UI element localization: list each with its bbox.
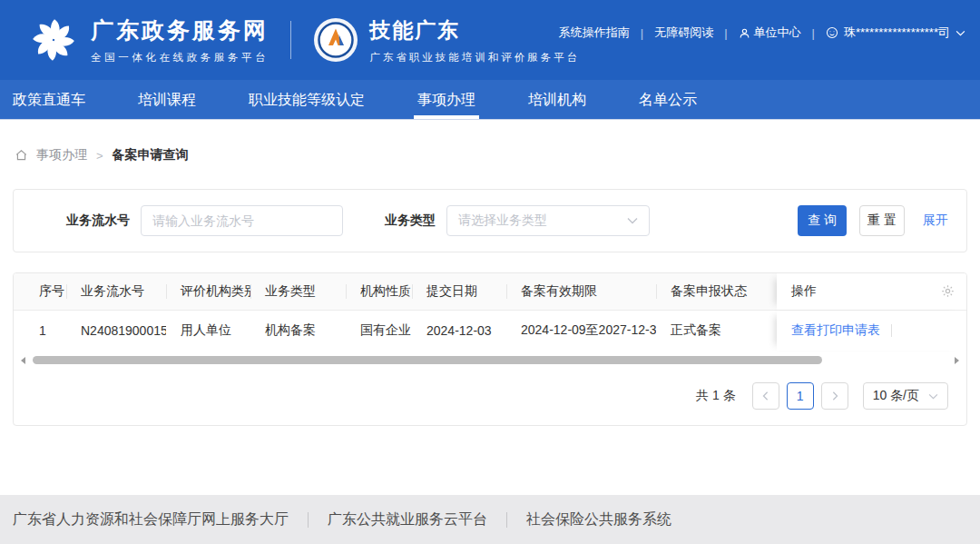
- username-masked: 珠******************司: [844, 25, 950, 41]
- action-divider: [891, 324, 892, 337]
- accessibility-link[interactable]: 无障碍阅读: [654, 25, 713, 41]
- serial-number-label: 业务流水号: [66, 213, 130, 229]
- breadcrumb-current: 备案申请查询: [113, 147, 189, 163]
- col-header-submit-date: 提交日期: [412, 273, 506, 310]
- cell-seq: 1: [14, 311, 66, 351]
- unit-center-link[interactable]: 单位中心: [739, 25, 801, 41]
- cell-submit-date: 2024-12-03: [412, 311, 506, 351]
- page-size-select[interactable]: 10 条/页: [863, 382, 948, 410]
- person-icon: [739, 27, 750, 39]
- breadcrumb: 事项办理 > 备案申请查询: [15, 146, 980, 164]
- user-account-menu[interactable]: 珠******************司: [826, 25, 965, 41]
- cell-actions: 查看打印申请表: [777, 311, 966, 351]
- scrollbar-track[interactable]: [31, 356, 949, 364]
- page-number-button[interactable]: 1: [787, 382, 814, 410]
- expand-link[interactable]: 展开: [923, 213, 948, 229]
- app-title: 技能广东: [369, 16, 580, 45]
- nav-item-training-institutions[interactable]: 培训机构: [524, 80, 590, 119]
- records-table-card: 序号 业务流水号 评价机构类别 业务类型 机构性质 提交日期 备案有效期限 备案…: [13, 272, 967, 426]
- col-header-org-category: 评价机构类别: [166, 273, 250, 310]
- business-type-label: 业务类型: [385, 213, 436, 229]
- prev-page-button[interactable]: [752, 382, 779, 410]
- header-link-divider: |: [724, 26, 727, 40]
- total-count: 共 1 条: [696, 388, 736, 404]
- app-subtitle: 广东省职业技能培训和评价服务平台: [369, 51, 580, 64]
- serial-number-input[interactable]: [141, 205, 343, 236]
- header-link-divider: |: [812, 26, 815, 40]
- site-subtitle: 全国一体化在线政务服务平台: [91, 51, 269, 64]
- footer-link-hrss-hall[interactable]: 广东省人力资源和社会保障厅网上服务大厅: [13, 510, 289, 529]
- site-title: 广东政务服务网: [91, 15, 269, 45]
- gd-gov-pinwheel-logo-icon: [29, 15, 78, 64]
- view-print-application-link[interactable]: 查看打印申请表: [791, 322, 880, 339]
- nav-item-policy[interactable]: 政策直通车: [9, 80, 89, 119]
- footer-divider: [308, 512, 309, 528]
- next-page-button[interactable]: [821, 382, 848, 410]
- scrollbar-thumb[interactable]: [33, 356, 822, 364]
- col-header-biz-type: 业务类型: [250, 273, 346, 310]
- business-type-select[interactable]: 请选择业务类型: [446, 205, 650, 236]
- top-header: 广东政务服务网 全国一体化在线政务服务平台 技能广东 广东省职业技能培训和评价服…: [0, 0, 980, 80]
- breadcrumb-separator: >: [96, 149, 103, 163]
- main-nav: 政策直通车 培训课程 职业技能等级认定 事项办理 培训机构 名单公示: [0, 80, 980, 119]
- pagination: 共 1 条 1 10 条/页: [14, 367, 966, 425]
- column-settings-gear-icon[interactable]: [941, 284, 955, 298]
- brand-area: 广东政务服务网 全国一体化在线政务服务平台 技能广东 广东省职业技能培训和评价服…: [29, 15, 580, 64]
- col-header-seq: 序号: [14, 273, 66, 310]
- nav-item-training-courses[interactable]: 培训课程: [134, 80, 200, 119]
- reset-button[interactable]: 重 置: [859, 205, 905, 236]
- cell-serial: N240819000158: [66, 311, 166, 351]
- brand-divider: [290, 21, 291, 59]
- chevron-down-icon: [627, 217, 638, 224]
- nav-item-public-list[interactable]: 名单公示: [635, 80, 701, 119]
- cell-validity: 2024-12-09至2027-12-31: [506, 311, 656, 351]
- footer-divider: [506, 512, 507, 528]
- system-guide-link[interactable]: 系统操作指南: [559, 25, 630, 41]
- home-icon[interactable]: [15, 149, 28, 162]
- breadcrumb-parent[interactable]: 事项办理: [36, 147, 87, 163]
- query-button[interactable]: 查 询: [798, 205, 847, 236]
- header-links: 系统操作指南 | 无障碍阅读 | 单位中心 | 珠***************…: [559, 25, 965, 41]
- col-header-actions: 操作: [777, 273, 966, 310]
- cell-org-category: 用人单位: [166, 311, 250, 351]
- col-header-status: 备案申报状态: [656, 273, 777, 310]
- header-link-divider: |: [641, 26, 643, 40]
- search-filter-panel: 业务流水号 业务类型 请选择业务类型 查 询 重 置 展开: [13, 189, 967, 252]
- footer-link-employment-cloud[interactable]: 广东公共就业服务云平台: [328, 510, 487, 529]
- table-row: 1 N240819000158 用人单位 机构备案 国有企业 2024-12-0…: [14, 311, 966, 351]
- chevron-down-icon: [956, 30, 965, 36]
- chevron-down-icon: [928, 393, 938, 400]
- col-header-validity: 备案有效期限: [506, 273, 656, 310]
- avatar-smiley-icon: [826, 26, 838, 39]
- scroll-left-arrow-icon[interactable]: [21, 357, 25, 364]
- business-type-placeholder: 请选择业务类型: [458, 213, 547, 229]
- col-header-serial: 业务流水号: [66, 273, 166, 310]
- cell-org-nature: 国有企业: [346, 311, 412, 351]
- scroll-right-arrow-icon[interactable]: [955, 357, 959, 364]
- footer-link-social-insurance[interactable]: 社会保险公共服务系统: [526, 510, 671, 529]
- nav-item-matters-handling[interactable]: 事项办理: [414, 80, 479, 119]
- footer: 广东省人力资源和社会保障厅网上服务大厅 广东公共就业服务云平台 社会保险公共服务…: [0, 495, 980, 544]
- table-header-row: 序号 业务流水号 评价机构类别 业务类型 机构性质 提交日期 备案有效期限 备案…: [14, 273, 966, 311]
- horizontal-scrollbar: [21, 353, 959, 367]
- col-header-org-nature: 机构性质: [346, 273, 412, 310]
- cell-biz-type: 机构备案: [250, 311, 346, 351]
- skill-gd-badge-logo-icon: [313, 17, 358, 63]
- cell-status: 正式备案: [656, 311, 777, 351]
- nav-item-skill-level-certification[interactable]: 职业技能等级认定: [245, 80, 368, 119]
